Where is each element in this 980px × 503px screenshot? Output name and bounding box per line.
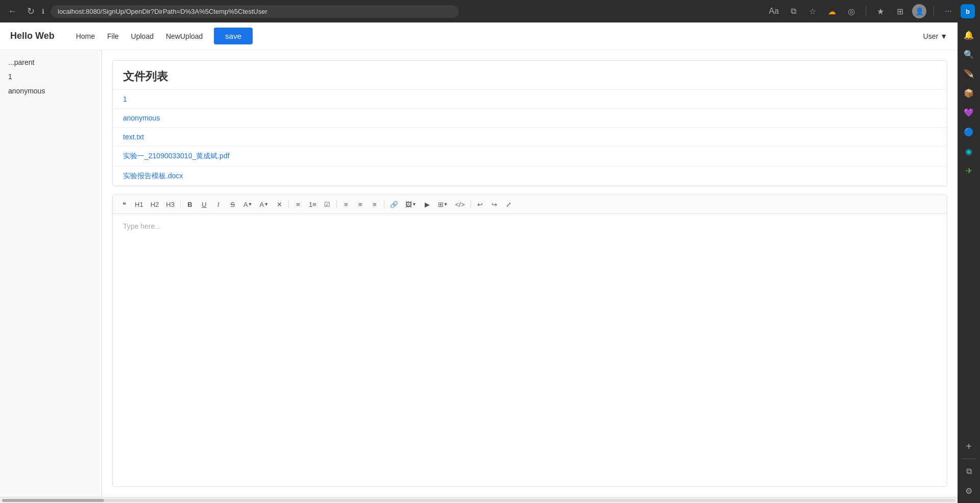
- nav-upload[interactable]: Upload: [125, 29, 160, 43]
- file-link-1[interactable]: anonymous: [123, 114, 160, 122]
- toolbar-underline[interactable]: U: [198, 198, 210, 210]
- toolbar-italic[interactable]: I: [212, 198, 225, 210]
- toolbar-ol[interactable]: 1≡: [306, 198, 319, 210]
- editor-toolbar: ❝ H1 H2 H3 B U I S A▼ A▼: [113, 195, 947, 214]
- back-button[interactable]: ←: [5, 4, 19, 18]
- breadcrumb-1[interactable]: 1: [8, 73, 93, 81]
- toolbar-highlight[interactable]: A▼: [257, 198, 271, 210]
- user-menu[interactable]: User ▼: [923, 32, 947, 40]
- top-nav: Hello Web Home File Upload NewUpload sav…: [0, 22, 958, 50]
- file-panel: 文件列表 1 anonymous text.txt 实验一_2109003301…: [102, 50, 958, 497]
- read-mode-icon[interactable]: Aa: [767, 4, 781, 18]
- bs-settings-icon[interactable]: ⚙: [961, 483, 977, 499]
- breadcrumb-parent[interactable]: ...parent: [8, 58, 93, 66]
- file-item-2[interactable]: text.txt: [113, 128, 947, 147]
- toolbar-fullscreen[interactable]: ⤢: [503, 198, 515, 210]
- toolbar-link[interactable]: 🔗: [387, 198, 401, 210]
- separator: [866, 6, 866, 16]
- toolbar-strike[interactable]: S: [227, 198, 239, 210]
- browser-chrome: ← ↻ ℹ Aa ⧉ ☆ ☁ ◎ ★ ⊞ 👤 ··· b: [0, 0, 980, 22]
- toolbar-redo[interactable]: ↪: [488, 198, 501, 210]
- file-list-scroll[interactable]: 1 anonymous text.txt 实验一_21090033010_黄成斌…: [113, 90, 947, 186]
- toolbar-sep-5: [471, 200, 471, 209]
- extension-cloud-icon[interactable]: ☁: [825, 4, 839, 18]
- app-container: Hello Web Home File Upload NewUpload sav…: [0, 22, 980, 503]
- toolbar-align-left[interactable]: ≡: [340, 198, 352, 210]
- toolbar-sep-2: [288, 200, 289, 209]
- separator2: [934, 6, 934, 16]
- app-logo: Hello Web: [10, 31, 55, 41]
- toolbar-table[interactable]: ⊞▼: [435, 198, 451, 210]
- editor-area: ❝ H1 H2 H3 B U I S A▼ A▼: [112, 195, 947, 487]
- editor-placeholder: Type here...: [123, 222, 161, 230]
- toolbar-align-right[interactable]: ≡: [369, 198, 381, 210]
- refresh-button[interactable]: ↻: [23, 4, 38, 18]
- file-item-3[interactable]: 实验一_21090033010_黄成斌.pdf: [113, 147, 947, 166]
- file-item-1[interactable]: anonymous: [113, 109, 947, 128]
- toolbar-h2[interactable]: H2: [148, 198, 162, 210]
- toolbar-ul[interactable]: ≡: [292, 198, 304, 210]
- more-icon[interactable]: ···: [941, 4, 955, 18]
- bs-extension4-icon[interactable]: 🔵: [961, 124, 977, 140]
- highlight-dropdown: ▼: [264, 202, 268, 207]
- nav-file[interactable]: File: [101, 29, 125, 43]
- toolbar-eraser[interactable]: ✕: [273, 198, 285, 210]
- bs-extension1-icon[interactable]: 🪶: [961, 65, 977, 82]
- left-panel: ...parent 1 anonymous: [0, 50, 102, 497]
- toolbar-sep-1: [180, 200, 181, 209]
- toolbar-code[interactable]: </>: [453, 198, 468, 210]
- browser-sidebar: 🔔 🔍 🪶 📦 💜 🔵 ◉ ✈ + ⧉ ⚙: [958, 22, 980, 503]
- nav-newupload[interactable]: NewUpload: [160, 29, 209, 43]
- file-item-4[interactable]: 实验报告模板.docx: [113, 166, 947, 186]
- table-dropdown: ▼: [444, 202, 448, 207]
- extension-box-icon[interactable]: ⊞: [893, 4, 907, 18]
- edge-icon[interactable]: b: [961, 4, 975, 18]
- info-icon: ℹ: [42, 8, 44, 15]
- toolbar-image[interactable]: 🖼▼: [403, 198, 419, 210]
- editor-body[interactable]: Type here...: [113, 214, 947, 486]
- toolbar-quote[interactable]: ❝: [118, 198, 130, 210]
- scrollbar-track: [2, 499, 955, 502]
- profile-icon[interactable]: 👤: [912, 4, 926, 18]
- toolbar-h3[interactable]: H3: [163, 198, 177, 210]
- breadcrumb-anonymous[interactable]: anonymous: [8, 87, 93, 95]
- toolbar-h1[interactable]: H1: [132, 198, 146, 210]
- nav-home[interactable]: Home: [70, 29, 101, 43]
- toolbar-video[interactable]: ▶: [421, 198, 433, 210]
- scrollbar-thumb: [2, 499, 104, 502]
- collections-icon[interactable]: ★: [873, 4, 888, 18]
- toolbar-font-color[interactable]: A▼: [241, 198, 255, 210]
- content-area: ...parent 1 anonymous 文件列表 1 anonymous: [0, 50, 958, 497]
- font-color-label: A: [243, 201, 248, 208]
- bs-extension6-icon[interactable]: ✈: [961, 162, 977, 179]
- extension-circle-icon[interactable]: ◎: [844, 4, 859, 18]
- bs-add-icon[interactable]: +: [961, 438, 977, 454]
- favorites-icon[interactable]: ☆: [805, 4, 820, 18]
- browser-icons: Aa ⧉ ☆ ☁ ◎ ★ ⊞ 👤 ··· b: [767, 4, 975, 18]
- toolbar-align-center[interactable]: ≡: [354, 198, 366, 210]
- file-list-container: 文件列表 1 anonymous text.txt 实验一_2109003301…: [112, 60, 947, 186]
- file-link-4[interactable]: 实验报告模板.docx: [123, 172, 183, 181]
- horizontal-scrollbar[interactable]: [0, 497, 958, 503]
- toolbar-sep-3: [336, 200, 337, 209]
- bs-extension2-icon[interactable]: 📦: [961, 85, 977, 101]
- bs-separator: [962, 459, 976, 459]
- file-link-2[interactable]: text.txt: [123, 133, 144, 141]
- split-view-icon[interactable]: ⧉: [786, 4, 800, 18]
- address-bar[interactable]: [51, 5, 459, 18]
- file-link-3[interactable]: 实验一_21090033010_黄成斌.pdf: [123, 152, 230, 161]
- main-content: Hello Web Home File Upload NewUpload sav…: [0, 22, 958, 503]
- bs-notifications-icon[interactable]: 🔔: [961, 27, 977, 43]
- file-item-0[interactable]: 1: [113, 90, 947, 109]
- bs-extension3-icon[interactable]: 💜: [961, 104, 977, 121]
- font-color-dropdown: ▼: [248, 202, 253, 207]
- file-link-0[interactable]: 1: [123, 95, 127, 103]
- toolbar-bold[interactable]: B: [184, 198, 196, 210]
- bs-search-icon[interactable]: 🔍: [961, 46, 977, 62]
- save-button[interactable]: save: [214, 28, 253, 44]
- toolbar-undo[interactable]: ↩: [474, 198, 486, 210]
- bs-sidebar-icon[interactable]: ⧉: [961, 463, 977, 480]
- bs-extension5-icon[interactable]: ◉: [961, 143, 977, 159]
- user-dropdown-icon: ▼: [940, 32, 947, 40]
- toolbar-check[interactable]: ☑: [321, 198, 333, 210]
